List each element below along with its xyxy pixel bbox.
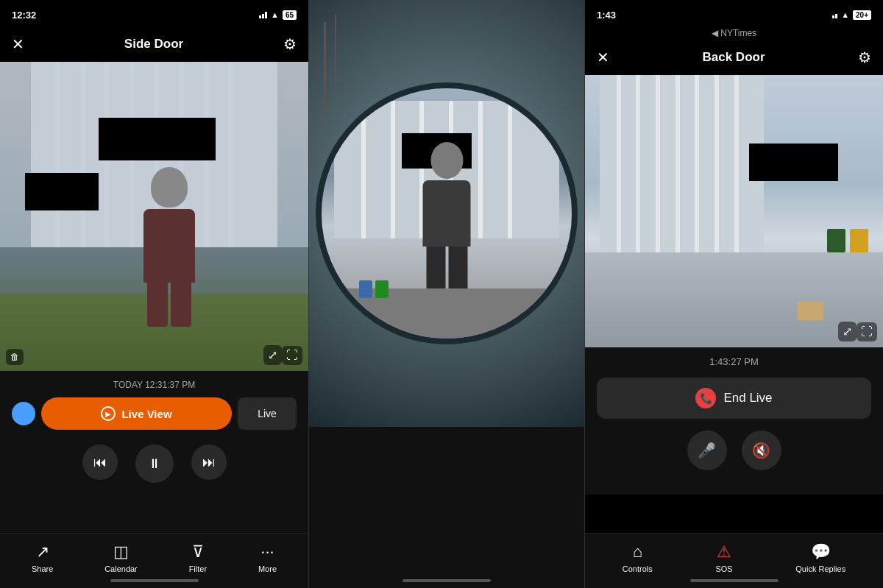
live-button[interactable]: Live — [238, 397, 297, 430]
speaker-icon: 🔇 — [752, 442, 770, 459]
live-view-label: Live View — [121, 408, 171, 420]
controls-label: Controls — [623, 564, 653, 573]
fullscreen-button-left[interactable]: ⛶ — [282, 346, 302, 365]
camera-title-left: Side Door — [124, 37, 183, 52]
end-live-icon: 📞 — [695, 388, 716, 408]
filter-nav-item[interactable]: ⊽ Filter — [189, 542, 207, 573]
expand-button-left[interactable]: ⤢ — [263, 345, 282, 365]
person-middle — [423, 142, 471, 298]
quick-replies-icon: 💬 — [811, 542, 831, 562]
signal-icon-left — [259, 11, 267, 18]
live-view-play-icon: ▶ — [101, 406, 116, 421]
share-label: Share — [32, 564, 53, 573]
trash-bins-right — [827, 229, 868, 252]
sos-icon: ⚠ — [717, 542, 731, 562]
sos-nav-item[interactable]: ⚠ SOS — [715, 542, 732, 573]
pause-button[interactable]: ⏸ — [135, 444, 174, 483]
filter-label: Filter — [189, 564, 207, 573]
scene-right: ⤢ ⛶ — [585, 75, 883, 347]
filter-icon: ⊽ — [192, 542, 204, 562]
controls-nav-item[interactable]: ⌂ Controls — [623, 542, 653, 573]
status-bar-right: 1:43 ▲ 20+ — [585, 0, 883, 26]
next-button[interactable]: ⏭ — [191, 444, 227, 480]
more-label: More — [258, 564, 277, 573]
tree-left — [324, 22, 326, 110]
end-live-button[interactable]: 📞 End Live — [597, 378, 871, 419]
sos-label: SOS — [715, 564, 732, 573]
close-icon-left[interactable]: ✕ — [12, 35, 24, 53]
fullscreen-button-right[interactable]: ⛶ — [857, 322, 877, 341]
status-icons-left: ▲ 65 — [259, 10, 297, 20]
nav-bar-right: ✕ Back Door ⚙ — [585, 40, 883, 75]
live-controls-area: 1:43:27 PM 📞 End Live 🎤 🔇 — [585, 347, 883, 495]
trash-button[interactable]: 🗑 — [6, 349, 24, 365]
quick-replies-label: Quick Replies — [795, 564, 845, 573]
speaker-button[interactable]: 🔇 — [742, 431, 781, 470]
settings-icon-left[interactable]: ⚙ — [283, 35, 297, 53]
mic-button[interactable]: 🎤 — [687, 431, 727, 470]
redact-box-right — [749, 144, 839, 182]
redact-box-1-left — [99, 118, 216, 161]
close-icon-right[interactable]: ✕ — [597, 49, 609, 66]
left-phone: 12:32 ▲ 65 ✕ Side Door ⚙ — [0, 0, 309, 588]
controls-area-left: TODAY 12:31:37 PM ▶ Live View Live ⏮ ⏸ ⏭ — [0, 371, 308, 533]
camera-feed-left: 🗑 ⤢ ⛶ — [0, 62, 308, 371]
tree-left2 — [335, 15, 336, 88]
battery-left: 65 — [283, 10, 297, 20]
calendar-label: Calendar — [104, 564, 138, 573]
settings-icon-right[interactable]: ⚙ — [858, 49, 871, 66]
calendar-icon: ◫ — [113, 542, 129, 562]
status-bar-left: 12:32 ▲ 65 — [0, 0, 308, 26]
time-left: 12:32 — [12, 10, 36, 21]
middle-phone — [309, 0, 585, 588]
scene-left — [0, 62, 308, 371]
timeline-dot — [12, 402, 35, 425]
quick-replies-nav-item[interactable]: 💬 Quick Replies — [795, 542, 845, 573]
mic-icon: 🎤 — [698, 442, 716, 459]
right-phone: 1:43 ▲ 20+ ◀ NYTimes ✕ Back Door ⚙ — [585, 0, 883, 588]
home-indicator-middle — [403, 579, 491, 582]
person-silhouette-left — [143, 167, 195, 327]
camera-title-right: Back Door — [702, 50, 765, 65]
more-nav-item[interactable]: ··· More — [258, 542, 277, 573]
trash-bins — [359, 280, 389, 298]
status-icons-right: ▲ 20+ — [832, 10, 871, 20]
time-right: 1:43 — [597, 10, 616, 21]
camera-feed-right: ⤢ ⛶ — [585, 75, 883, 347]
nytimes-bar: ◀ NYTimes — [585, 26, 883, 40]
package — [798, 302, 823, 320]
battery-right: 20+ — [853, 10, 871, 20]
wifi-icon-right: ▲ — [841, 10, 849, 19]
fisheye-frame — [322, 88, 572, 339]
nav-bar-left: ✕ Side Door ⚙ — [0, 26, 308, 62]
playback-controls: ⏮ ⏸ ⏭ — [12, 444, 297, 483]
prev-button[interactable]: ⏮ — [82, 444, 118, 480]
camera-feed-middle — [309, 0, 584, 427]
home-indicator-right — [690, 579, 779, 582]
expand-button-right[interactable]: ⤢ — [838, 322, 857, 341]
mic-controls: 🎤 🔇 — [687, 431, 781, 470]
timeline-row: ▶ Live View Live — [12, 397, 297, 430]
end-live-label: End Live — [723, 391, 772, 405]
controls-icon: ⌂ — [633, 542, 642, 562]
timestamp-left: TODAY 12:31:37 PM — [12, 380, 297, 390]
calendar-nav-item[interactable]: ◫ Calendar — [104, 542, 138, 573]
wifi-icon-left: ▲ — [271, 10, 279, 19]
share-icon: ↗ — [36, 542, 49, 562]
redact-box-2-left — [25, 173, 99, 210]
home-indicator-left — [110, 579, 199, 582]
more-icon: ··· — [260, 542, 274, 562]
live-view-button[interactable]: ▶ Live View — [41, 397, 232, 430]
share-nav-item[interactable]: ↗ Share — [32, 542, 53, 573]
scene-middle — [309, 0, 584, 427]
signal-icon-right — [832, 11, 837, 18]
live-timestamp: 1:43:27 PM — [709, 356, 759, 367]
